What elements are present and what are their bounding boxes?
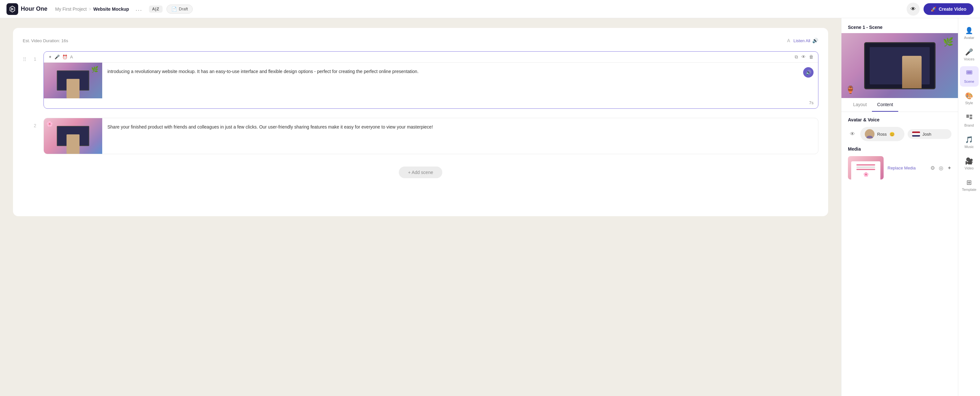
logo-icon (6, 3, 18, 15)
replace-media-button[interactable]: Replace Media (888, 165, 916, 170)
preview-button[interactable]: 👁 (907, 3, 920, 16)
sidebar-item-avatar[interactable]: 👤 Avatar (960, 23, 979, 43)
brand-icon (966, 113, 973, 122)
media-section: Media 🌸 Replace Media ⚙ ◎ ✦ (842, 146, 958, 185)
preview-plant: 🌿 (943, 37, 953, 47)
style-label: Style (965, 101, 973, 105)
scene-row-1: ⠿ 1 ✦ 🎤 ⏰ A ⧉ 👁 🗑 (23, 51, 818, 109)
breadcrumb-separator: > (89, 6, 91, 12)
style-icon: 🎨 (965, 92, 973, 100)
scene-text-1: introducing a revolutionary website mock… (107, 68, 813, 75)
topnav: Hour One My First Project > Website Mock… (0, 0, 980, 18)
preview-vase: 🏺 (846, 86, 855, 94)
sidebar-item-template[interactable]: ⊞ Template (960, 175, 979, 195)
delete-icon[interactable]: 🗑 (809, 54, 813, 60)
scene-content-2: 🌸 Share your finished product with frien… (44, 118, 818, 154)
preview-person (902, 56, 921, 88)
video-label: Video (965, 166, 974, 170)
copy-icon[interactable]: ⧉ (795, 54, 798, 60)
flower-decor: 🌸 (46, 121, 53, 127)
scene-panel-header: Scene 1 - Scene (842, 18, 958, 33)
avatar-chip[interactable]: Ross 😊 (860, 127, 904, 141)
project-name[interactable]: My First Project (55, 6, 87, 12)
scene-toolbar-right: ⧉ 👁 🗑 (795, 54, 813, 60)
duration-text: Est. Video Duration: 16s (23, 38, 68, 43)
sidebar-item-video[interactable]: 🎥 Video (960, 154, 979, 173)
avatar-visibility-button[interactable]: 👁 (848, 129, 857, 138)
duration-bar: Est. Video Duration: 16s A Listen All 🔊 (23, 38, 818, 43)
media-title: Media (848, 146, 951, 151)
scene-block-2: 🌸 Share your finished product with frien… (43, 118, 818, 154)
person-avatar (67, 79, 80, 99)
scene-text-2: Share your finished product with friends… (107, 123, 813, 130)
avatar-image (865, 129, 875, 139)
scene-icon (966, 70, 973, 78)
svg-rect-7 (970, 117, 972, 119)
scene-duration-1: 7s (809, 100, 813, 105)
current-page-name[interactable]: Website Mockup (93, 6, 129, 12)
wand-icon[interactable]: ✦ (947, 165, 951, 171)
listen-all-label: Listen All (794, 38, 810, 43)
add-scene-button[interactable]: + Add scene (399, 167, 442, 178)
sidebar-item-style[interactable]: 🎨 Style (960, 89, 979, 108)
media-row: 🌸 Replace Media ⚙ ◎ ✦ (848, 156, 951, 180)
scene-text-area-1[interactable]: introducing a revolutionary website mock… (102, 63, 818, 99)
text-icon[interactable]: A (70, 54, 73, 59)
speaker-icon: 🔊 (812, 38, 818, 43)
scene-content-1: 🌿 introducing a revolutionary website mo… (44, 63, 818, 99)
target-icon[interactable]: ◎ (939, 165, 943, 171)
avatar-voice-row: 👁 Ross 😊 Josh (848, 127, 951, 141)
magic-icon[interactable]: ✦ (48, 54, 52, 59)
panel-tabs: Layout Content (842, 98, 958, 112)
mic-toolbar-icon[interactable]: 🎤 (54, 54, 60, 59)
clock-icon[interactable]: ⏰ (62, 54, 67, 59)
tab-content[interactable]: Content (872, 98, 898, 112)
voices-icon: 🎤 (965, 48, 973, 56)
tab-layout[interactable]: Layout (848, 98, 872, 112)
scene-text-area-2[interactable]: Share your finished product with friends… (102, 118, 818, 154)
view-icon[interactable]: 👁 (801, 54, 806, 60)
scene-thumbnail-2: 🌸 (44, 118, 102, 154)
more-button[interactable]: ... (133, 4, 145, 14)
sidebar-item-scene[interactable]: Scene (960, 66, 979, 87)
avatar-voice-title: Avatar & Voice (848, 117, 951, 122)
sidebar-item-brand[interactable]: Brand (960, 110, 979, 130)
doc-icon: 📄 (171, 6, 177, 12)
scene-row-2: ⠿ 2 🌸 Share your finished product with (23, 118, 818, 154)
music-label: Music (964, 145, 974, 149)
scene-label: Scene (964, 80, 974, 83)
rocket-icon: 🚀 (931, 6, 936, 12)
svg-marker-0 (10, 6, 15, 12)
scene-block-1: ✦ 🎤 ⏰ A ⧉ 👁 🗑 (43, 51, 818, 109)
media-thumb-inner: 🌸 (851, 161, 880, 180)
voice-name: Josh (923, 132, 931, 137)
logo: Hour One (6, 3, 48, 15)
create-video-button[interactable]: 🚀 Create Video (924, 3, 974, 15)
right-panel: Scene 1 - Scene 🌿 🏺 Layout Content Avata… (841, 18, 958, 396)
avatar-voice-section: Avatar & Voice 👁 Ross 😊 (842, 112, 958, 146)
draft-label: Draft (179, 6, 188, 11)
voice-chip[interactable]: Josh (908, 129, 952, 139)
media-icons: ⚙ ◎ ✦ (930, 165, 951, 171)
draft-badge[interactable]: 📄 Draft (167, 5, 193, 14)
sidebar-item-voices[interactable]: 🎤 Voices (960, 45, 979, 64)
svg-rect-5 (966, 115, 969, 118)
sliders-icon[interactable]: ⚙ (930, 165, 935, 171)
az-badge: A|Z (149, 6, 162, 13)
scene-thumbnail-1: 🌿 (44, 63, 102, 99)
flower-media-icon: 🌸 (863, 172, 869, 177)
eye-icon: 👁 (910, 6, 916, 12)
listen-all-button[interactable]: Listen All 🔊 (794, 38, 818, 43)
template-icon: ⊞ (966, 178, 972, 186)
editor-area: Est. Video Duration: 16s A Listen All 🔊 … (0, 18, 841, 396)
sidebar-item-music[interactable]: 🎵 Music (960, 132, 979, 152)
editor-card: Est. Video Duration: 16s A Listen All 🔊 … (13, 28, 828, 216)
svg-rect-6 (970, 115, 972, 116)
sound-button-1[interactable]: 🔊 (803, 67, 813, 78)
scene-number-1: 1 (32, 51, 38, 62)
main-layout: Est. Video Duration: 16s A Listen All 🔊 … (0, 18, 980, 396)
preview-laptop (864, 42, 935, 89)
avatar-icon: 👤 (965, 27, 973, 34)
font-a-icon: A (787, 38, 790, 43)
drag-handle-1[interactable]: ⠿ (23, 51, 27, 63)
